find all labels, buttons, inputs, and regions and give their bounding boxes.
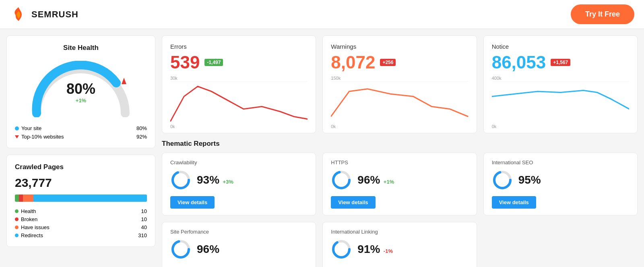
warnings-axis-top: 150k	[331, 76, 468, 81]
legend-row-your-site: Your site 80%	[15, 125, 147, 131]
warnings-value-row: 8,072 +256	[331, 52, 468, 72]
intl-seo-donut	[492, 170, 513, 190]
svg-marker-1	[122, 78, 126, 84]
notice-card: Notice 86,053 +1,567 400k 0k	[483, 35, 638, 133]
crawlability-change: +3%	[223, 179, 233, 185]
header: SEMRUSH Try It Free	[0, 0, 644, 29]
https-view-details[interactable]: View details	[331, 196, 375, 209]
crawled-count: 23,777	[15, 176, 147, 190]
legend-health-value: 10	[141, 208, 147, 214]
thematic-https: HTTPS 96% +1% View details	[322, 153, 477, 215]
thematic-intl-linking: International Linking 91% -1%	[322, 222, 477, 267]
intl-seo-label: International SEO	[492, 159, 629, 166]
crawlability-body: 93% +3%	[170, 170, 308, 190]
warnings-chart	[331, 81, 468, 122]
warnings-card: Warnings 8,072 +256 150k 0k	[322, 35, 477, 133]
crawlability-value: 93%	[197, 174, 219, 186]
notice-axis-top: 400k	[492, 76, 629, 81]
errors-value-row: 539 -1,497	[170, 52, 308, 72]
your-site-value: 80%	[136, 125, 147, 131]
https-label: HTTPS	[331, 159, 468, 166]
try-it-free-button[interactable]: Try It Free	[571, 4, 634, 24]
site-perf-value: 96%	[197, 243, 219, 255]
site-perf-body: 96%	[170, 239, 308, 260]
site-perf-label: Site Perfomance	[170, 229, 308, 235]
notice-value: 86,053	[492, 52, 546, 72]
intl-linking-change: -1%	[384, 248, 393, 254]
warnings-axis-bottom: 0k	[331, 124, 468, 129]
warnings-badge: +256	[380, 59, 396, 66]
thematic-site-perf: Site Perfomance 96%	[162, 222, 316, 267]
site-perf-donut	[170, 239, 191, 260]
bar-redirects	[33, 195, 147, 202]
crawled-pages-card: Crawled Pages 23,777 Health 10	[6, 155, 155, 247]
thematic-section: Thematic Reports Crawlability 93% +3%	[162, 140, 638, 267]
legend-broken: Broken 10	[15, 216, 147, 222]
warnings-value: 8,072	[331, 52, 375, 72]
your-site-label: Your site	[21, 125, 41, 131]
legend-issues: Have issues 40	[15, 224, 147, 230]
intl-seo-body: 95%	[492, 170, 629, 190]
intl-linking-body: 91% -1%	[331, 239, 468, 260]
errors-axis-top: 30k	[170, 76, 308, 81]
legend-row-top10: Top-10% websites 92%	[15, 134, 147, 140]
warnings-label: Warnings	[331, 43, 468, 50]
logo-area: SEMRUSH	[10, 6, 78, 23]
errors-label: Errors	[170, 43, 308, 50]
bar-health	[15, 195, 19, 202]
thematic-grid: Crawlability 93% +3% View details	[162, 153, 638, 267]
intl-linking-donut	[331, 239, 352, 260]
gauge-percent: 80%	[66, 81, 95, 97]
intl-linking-label: International Linking	[331, 229, 468, 235]
bar-broken	[19, 195, 23, 202]
bar-issues	[23, 195, 33, 202]
gauge-container: 80% +1%	[29, 61, 133, 117]
top10-triangle-icon	[15, 135, 19, 139]
legend-issues-label: Have issues	[21, 224, 50, 230]
intl-linking-value: 91%	[357, 243, 380, 255]
semrush-logo-text: SEMRUSH	[31, 9, 78, 20]
thematic-title: Thematic Reports	[162, 140, 638, 148]
crawlability-label: Crawlability	[170, 159, 308, 166]
https-donut	[331, 170, 352, 190]
legend-issues-value: 40	[141, 224, 147, 230]
main-content: Site Health 80% +1%	[0, 29, 644, 267]
legend-broken-value: 10	[141, 216, 147, 222]
legend-redirects-label: Redirects	[21, 232, 43, 238]
metrics-row: Errors 539 -1,497 30k 0k Warnings 8,072 …	[162, 35, 638, 133]
crawled-bar	[15, 195, 147, 202]
legend-redirects: Redirects 310	[15, 232, 147, 238]
errors-axis-bottom: 0k	[170, 124, 308, 129]
content-area: Errors 539 -1,497 30k 0k Warnings 8,072 …	[162, 35, 638, 267]
legend-broken-label: Broken	[21, 216, 37, 222]
gauge-center: 80% +1%	[66, 81, 95, 103]
https-body: 96% +1%	[331, 170, 468, 190]
legend-redirects-value: 310	[138, 232, 147, 238]
site-health-title: Site Health	[63, 44, 99, 52]
crawled-legend: Health 10 Broken 10 Have issues	[15, 208, 147, 238]
notice-badge: +1,567	[551, 59, 570, 66]
crawled-pages-title: Crawled Pages	[15, 163, 147, 171]
site-health-card: Site Health 80% +1%	[6, 35, 155, 148]
top10-value: 92%	[136, 134, 147, 140]
sidebar: Site Health 80% +1%	[6, 35, 155, 267]
semrush-flame-icon	[10, 6, 27, 23]
errors-card: Errors 539 -1,497 30k 0k	[162, 35, 316, 133]
errors-chart	[170, 81, 308, 122]
https-change: +1%	[384, 179, 394, 185]
notice-label: Notice	[492, 43, 629, 50]
notice-value-row: 86,053 +1,567	[492, 52, 629, 72]
gauge-legend: Your site 80% Top-10% websites 92%	[15, 125, 147, 140]
notice-chart	[492, 81, 629, 122]
legend-health: Health 10	[15, 208, 147, 214]
thematic-crawlability: Crawlability 93% +3% View details	[162, 153, 316, 215]
gauge-change: +1%	[66, 97, 95, 103]
https-value: 96%	[357, 174, 380, 186]
intl-seo-view-details[interactable]: View details	[492, 196, 536, 209]
top10-label: Top-10% websites	[21, 134, 64, 140]
crawlability-view-details[interactable]: View details	[170, 196, 215, 209]
intl-seo-value: 95%	[518, 174, 541, 186]
errors-value: 539	[170, 52, 200, 72]
thematic-intl-seo: International SEO 95% View details	[483, 153, 638, 215]
notice-axis-bottom: 0k	[492, 124, 629, 129]
